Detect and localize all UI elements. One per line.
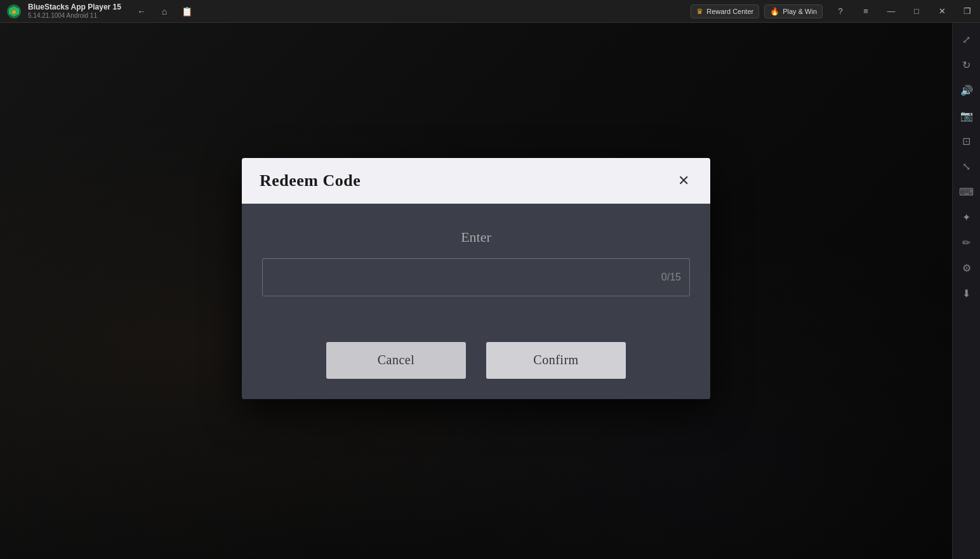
right-sidebar: ⤢ ↻ 🔊 📷 ⊡ ⤡ ⌨ ✦ ✏ ⚙ ⬇ [952,23,980,559]
download-sidebar-icon[interactable]: ⬇ [955,282,978,305]
minimize-button[interactable]: — [878,0,904,23]
app-name: BlueStacks App Player 15 [28,3,121,11]
main-content: Redeem Code ✕ Enter 0/15 Cancel Confirm [0,23,952,559]
keyboard-sidebar-icon[interactable]: ⌨ [955,180,978,203]
modal-body: Enter 0/15 [242,204,710,342]
close-button[interactable]: ✕ [929,0,955,23]
reward-center-label: Reward Center [706,8,753,15]
app-name-block: BlueStacks App Player 15 5.14.21.1004 An… [28,3,121,19]
camera-sidebar-icon[interactable]: 📷 [955,104,978,127]
maximize-button[interactable]: □ [904,0,929,23]
home-button[interactable]: ⌂ [157,4,172,19]
fire-icon: 🔥 [770,7,779,16]
copy-button[interactable]: 📋 [180,4,195,19]
back-button[interactable]: ← [134,4,149,19]
reward-center-button[interactable]: ♛ Reward Center [691,4,759,18]
modal-backdrop: Redeem Code ✕ Enter 0/15 Cancel Confirm [0,23,952,559]
modal-footer: Cancel Confirm [242,342,710,399]
cancel-button[interactable]: Cancel [326,342,466,379]
svg-point-3 [12,10,16,14]
confirm-button[interactable]: Confirm [486,342,626,379]
enter-label: Enter [262,229,690,246]
app-version: 5.14.21.1004 Android 11 [28,12,121,20]
screenshot-sidebar-icon[interactable]: ⊡ [955,129,978,152]
expand-sidebar-icon[interactable]: ⤢ [955,28,978,51]
resize-sidebar-icon[interactable]: ⤡ [955,155,978,178]
titlebar: BlueStacks App Player 15 5.14.21.1004 An… [0,0,980,23]
code-input[interactable] [262,258,690,296]
titlebar-nav: ← ⌂ 📋 [134,4,195,19]
volume-sidebar-icon[interactable]: 🔊 [955,79,978,102]
modal-title: Redeem Code [260,171,361,190]
restore-button[interactable]: ❐ [955,0,980,23]
crown-icon: ♛ [696,7,703,16]
bluestacks-logo [5,3,23,20]
settings-sidebar-icon[interactable]: ⚙ [955,256,978,279]
menu-button[interactable]: ≡ [853,0,878,23]
redeem-code-modal: Redeem Code ✕ Enter 0/15 Cancel Confirm [242,158,710,399]
play-win-label: Play & Win [783,8,817,15]
modal-header: Redeem Code ✕ [242,158,710,204]
play-win-button[interactable]: 🔥 Play & Win [764,4,823,18]
brush-sidebar-icon[interactable]: ✏ [955,231,978,254]
joystick-sidebar-icon[interactable]: ✦ [955,206,978,228]
code-input-wrapper: 0/15 [262,258,690,296]
help-button[interactable]: ? [828,0,853,23]
titlebar-right-actions: ♛ Reward Center 🔥 Play & Win [691,4,823,18]
modal-close-button[interactable]: ✕ [672,169,695,192]
rotate-sidebar-icon[interactable]: ↻ [955,53,978,76]
window-controls: ? ≡ — □ ✕ ❐ [828,0,980,23]
